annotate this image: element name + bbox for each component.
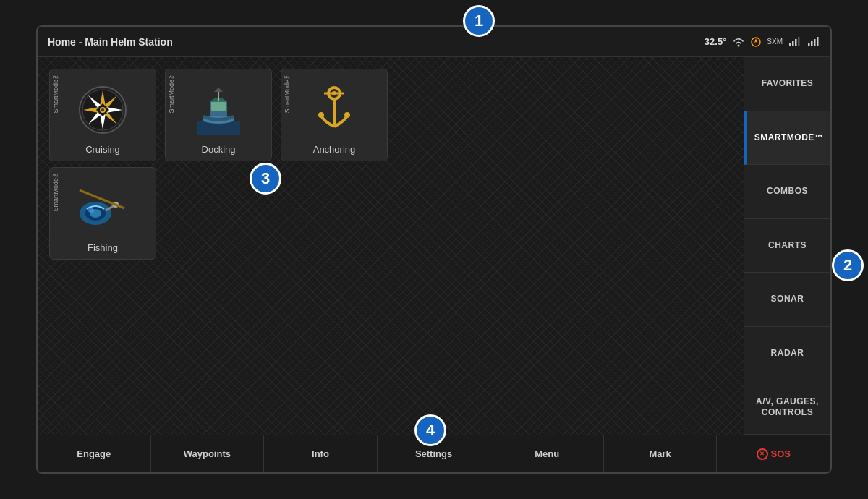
- sidebar-item-smartmode[interactable]: SMARTMODE™: [744, 111, 830, 166]
- svg-point-22: [101, 108, 104, 111]
- fishing-card[interactable]: SmartMode™: [49, 167, 156, 260]
- anchoring-label: Anchoring: [313, 144, 356, 155]
- svg-rect-26: [211, 102, 226, 111]
- svg-rect-10: [817, 37, 819, 46]
- menu-button[interactable]: Menu: [490, 435, 604, 472]
- anchoring-card[interactable]: SmartMode™: [281, 69, 388, 161]
- svg-rect-6: [798, 37, 800, 46]
- sos-icon: ✕: [757, 448, 768, 460]
- sidebar-item-radar[interactable]: RADAR: [744, 327, 830, 381]
- bottom-toolbar: Engage Waypoints Info Settings Menu Mark…: [38, 435, 830, 472]
- svg-marker-28: [214, 88, 223, 92]
- settings-button[interactable]: Settings: [378, 435, 491, 472]
- signal1-icon: [788, 37, 801, 47]
- anchoring-icon-area: [281, 77, 387, 142]
- right-sidebar: FAVORITES SMARTMODE™ COMBOS CHARTS SONAR…: [744, 57, 830, 435]
- sidebar-item-combos[interactable]: COMBOS: [744, 165, 830, 219]
- mark-button[interactable]: Mark: [604, 435, 718, 472]
- cruising-icon-area: [50, 77, 156, 142]
- sos-button[interactable]: ✕ SOS: [717, 435, 830, 472]
- wifi-icon: [732, 37, 745, 47]
- engage-button[interactable]: Engage: [38, 435, 151, 472]
- svg-point-33: [344, 112, 350, 118]
- docking-icon-area: [166, 77, 271, 142]
- svg-rect-5: [795, 39, 797, 46]
- sidebar-item-sonar[interactable]: SONAR: [744, 273, 830, 327]
- docking-label: Docking: [202, 144, 236, 155]
- anchor-icon: [311, 85, 358, 135]
- main-area: SmartMode™: [38, 57, 830, 435]
- svg-rect-4: [792, 41, 794, 46]
- sidebar-item-favorites[interactable]: FAVORITES: [744, 57, 830, 111]
- smartmode-label-fishing: SmartMode™: [53, 171, 59, 212]
- boat-icon: [197, 85, 240, 135]
- fishing-icon-area: [50, 176, 156, 241]
- smartmode-label-anchoring: SmartMode™: [284, 72, 291, 114]
- sxm-badge: SXM: [767, 38, 783, 46]
- docking-card[interactable]: SmartMode™: [165, 69, 272, 161]
- svg-point-32: [318, 112, 324, 118]
- navigation-icon: [751, 37, 761, 47]
- svg-rect-3: [789, 43, 791, 46]
- annotation-2: 2: [832, 250, 864, 281]
- smartmode-label-docking: SmartMode™: [169, 72, 175, 114]
- sidebar-item-av-gauges[interactable]: A/V, GAUGES, CONTROLS: [744, 380, 830, 435]
- svg-rect-9: [814, 39, 816, 46]
- svg-rect-7: [808, 43, 810, 46]
- status-icons: 32.5° SXM: [705, 36, 820, 47]
- smartmode-row-2: SmartMode™: [49, 167, 732, 260]
- content-area: SmartMode™: [38, 57, 744, 435]
- page-title: Home - Main Helm Station: [48, 36, 173, 48]
- info-button[interactable]: Info: [264, 435, 378, 472]
- compass-icon: [77, 85, 128, 135]
- smartmode-row-1: SmartMode™: [49, 69, 732, 161]
- svg-point-0: [738, 44, 740, 46]
- fishing-label: Fishing: [88, 242, 118, 253]
- sidebar-item-charts[interactable]: CHARTS: [744, 219, 830, 273]
- main-frame: Home - Main Helm Station 32.5° SXM: [36, 25, 832, 474]
- svg-marker-2: [754, 38, 757, 43]
- smartmode-label-cruising: SmartMode™: [53, 72, 59, 114]
- cruising-label: Cruising: [85, 144, 120, 155]
- waypoints-button[interactable]: Waypoints: [151, 435, 265, 472]
- temperature-display: 32.5°: [705, 36, 727, 47]
- svg-rect-8: [811, 41, 813, 46]
- svg-point-41: [88, 208, 94, 213]
- status-bar: Home - Main Helm Station 32.5° SXM: [38, 27, 830, 57]
- cruising-card[interactable]: SmartMode™: [49, 69, 156, 161]
- fishing-icon: [74, 183, 132, 234]
- signal2-icon: [807, 37, 820, 47]
